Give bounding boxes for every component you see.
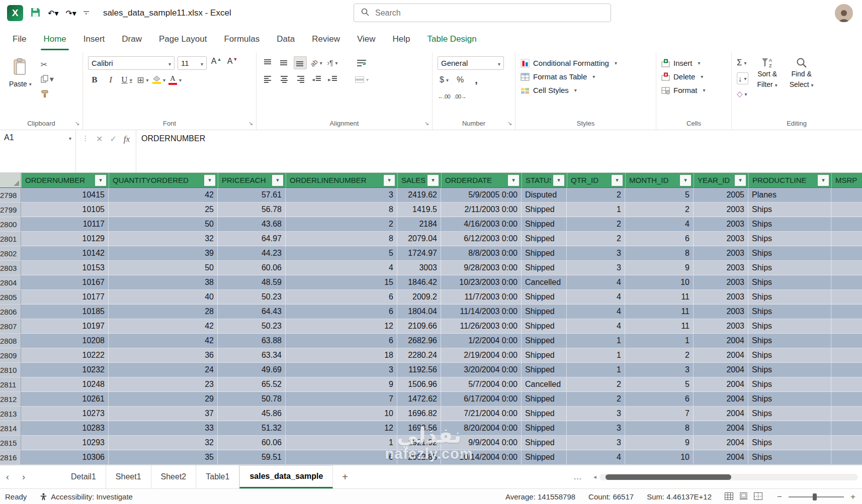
cell-ordernumber-r2814[interactable]: 10283 bbox=[21, 421, 109, 436]
status-average[interactable]: Average: 141558798 bbox=[505, 492, 575, 501]
row-header-2816[interactable]: 2816 bbox=[0, 450, 21, 465]
row-header-2798[interactable]: 2798 bbox=[0, 188, 21, 203]
cell-sales-r2807[interactable]: 2109.66 bbox=[397, 319, 441, 334]
zoom-out-button[interactable]: − bbox=[775, 492, 784, 502]
cell-productline-r2803[interactable]: Ships bbox=[748, 261, 831, 275]
cell-qtr-id-r2807[interactable]: 4 bbox=[567, 319, 625, 334]
cell-sales-r2803[interactable]: 3003 bbox=[397, 261, 441, 275]
decrease-indent-button[interactable]: ◂ bbox=[310, 73, 323, 86]
row-header-2807[interactable]: 2807 bbox=[0, 319, 21, 334]
cell-sales-r2799[interactable]: 1419.5 bbox=[397, 203, 441, 217]
cell-orderlinenumber-r2809[interactable]: 18 bbox=[286, 348, 397, 363]
search-box[interactable] bbox=[354, 4, 611, 22]
cell-year-id-r2802[interactable]: 2003 bbox=[694, 246, 748, 261]
cell-orderdate-r2801[interactable]: 6/12/2003 0:00 bbox=[441, 232, 522, 246]
horizontal-scrollbar[interactable]: ◂ bbox=[593, 465, 858, 488]
font-size-combobox[interactable]: 11 bbox=[178, 56, 207, 70]
cell-priceeach-r2805[interactable]: 50.23 bbox=[218, 290, 286, 305]
page-break-view-button[interactable] bbox=[754, 492, 762, 501]
cell-productline-r2813[interactable]: Ships bbox=[748, 407, 831, 421]
cell-ordernumber-r2807[interactable]: 10197 bbox=[21, 319, 109, 334]
cell-msrp-r2811[interactable] bbox=[831, 377, 862, 392]
cell-sales-r2804[interactable]: 1846.42 bbox=[397, 275, 441, 290]
column-header-orderdate[interactable]: ORDERDATE bbox=[441, 173, 522, 188]
cell-month-id-r2809[interactable]: 2 bbox=[625, 348, 694, 363]
cell-ordernumber-r2806[interactable]: 10185 bbox=[21, 305, 109, 319]
cell-productline-r2804[interactable]: Ships bbox=[748, 275, 831, 290]
row-header-2802[interactable]: 2802 bbox=[0, 246, 21, 261]
align-bottom-button[interactable] bbox=[294, 56, 307, 69]
row-header-2805[interactable]: 2805 bbox=[0, 290, 21, 305]
row-header-2811[interactable]: 2811 bbox=[0, 377, 21, 392]
cell-year-id-r2809[interactable]: 2004 bbox=[694, 348, 748, 363]
undo-button[interactable]: ↶▾ bbox=[48, 9, 58, 18]
cell-status-r2799[interactable]: Shipped bbox=[522, 203, 567, 217]
cell-productline-r2809[interactable]: Ships bbox=[748, 348, 831, 363]
align-left-button[interactable] bbox=[262, 73, 275, 86]
cell-msrp-r2800[interactable] bbox=[831, 217, 862, 232]
cell-month-id-r2800[interactable]: 4 bbox=[625, 217, 694, 232]
row-header-2806[interactable]: 2806 bbox=[0, 305, 21, 319]
cell-month-id-r2798[interactable]: 5 bbox=[625, 188, 694, 203]
cell-quantityordered-r2814[interactable]: 33 bbox=[109, 421, 218, 436]
italic-button[interactable]: I bbox=[104, 73, 117, 86]
cell-msrp-r2807[interactable] bbox=[831, 319, 862, 334]
cell-sales-r2810[interactable]: 1192.56 bbox=[397, 363, 441, 377]
cell-orderdate-r2816[interactable]: 10/14/2004 0:00 bbox=[441, 450, 522, 465]
insert-function-icon[interactable]: fx bbox=[124, 134, 130, 144]
cell-ordernumber-r2801[interactable]: 10129 bbox=[21, 232, 109, 246]
cell-sales-r2811[interactable]: 1506.96 bbox=[397, 377, 441, 392]
formula-bar-drag-handle[interactable]: ⋮ bbox=[82, 134, 89, 142]
underline-button[interactable]: U bbox=[120, 73, 133, 86]
cell-status-r2813[interactable]: Shipped bbox=[522, 407, 567, 421]
cell-orderlinenumber-r2816[interactable]: 6 bbox=[286, 450, 397, 465]
format-as-table-button[interactable]: Format as Table bbox=[521, 70, 652, 83]
cell-orderdate-r2809[interactable]: 2/19/2004 0:00 bbox=[441, 348, 522, 363]
cell-sales-r2815[interactable]: 1921.92 bbox=[397, 436, 441, 450]
filter-dropdown-qtr-id[interactable] bbox=[611, 174, 623, 186]
cell-ordernumber-r2816[interactable]: 10306 bbox=[21, 450, 109, 465]
cell-msrp-r2815[interactable] bbox=[831, 436, 862, 450]
increase-decimal-button[interactable]: ←.00 bbox=[438, 90, 451, 103]
cell-productline-r2807[interactable]: Ships bbox=[748, 319, 831, 334]
cell-priceeach-r2807[interactable]: 50.23 bbox=[218, 319, 286, 334]
cell-priceeach-r2799[interactable]: 56.78 bbox=[218, 203, 286, 217]
horizontal-scrollbar-thumb[interactable] bbox=[606, 474, 731, 480]
excel-logo-icon[interactable]: X bbox=[7, 5, 23, 21]
cell-productline-r2808[interactable]: Ships bbox=[748, 334, 831, 348]
undo-dropdown-icon[interactable]: ▾ bbox=[54, 9, 58, 18]
sheet-tab-sheet2[interactable]: Sheet2 bbox=[151, 465, 197, 488]
cell-orderdate-r2799[interactable]: 2/11/2003 0:00 bbox=[441, 203, 522, 217]
cell-ordernumber-r2800[interactable]: 10117 bbox=[21, 217, 109, 232]
column-header-ordernumber[interactable]: ORDERNUMBER bbox=[21, 173, 109, 188]
cell-year-id-r2815[interactable]: 2004 bbox=[694, 436, 748, 450]
cell-orderdate-r2815[interactable]: 9/9/2004 0:00 bbox=[441, 436, 522, 450]
cell-ordernumber-r2809[interactable]: 10222 bbox=[21, 348, 109, 363]
cell-priceeach-r2816[interactable]: 59.51 bbox=[218, 450, 286, 465]
cell-month-id-r2816[interactable]: 10 bbox=[625, 450, 694, 465]
cell-qtr-id-r2800[interactable]: 2 bbox=[567, 217, 625, 232]
cell-quantityordered-r2813[interactable]: 37 bbox=[109, 407, 218, 421]
cell-year-id-r2800[interactable]: 2003 bbox=[694, 217, 748, 232]
cell-status-r2816[interactable]: Shipped bbox=[522, 450, 567, 465]
cell-month-id-r2806[interactable]: 11 bbox=[625, 305, 694, 319]
cell-year-id-r2810[interactable]: 2004 bbox=[694, 363, 748, 377]
decrease-font-size-button[interactable]: A▼ bbox=[226, 57, 239, 70]
cell-orderdate-r2810[interactable]: 3/20/2004 0:00 bbox=[441, 363, 522, 377]
alignment-dialog-launcher-icon[interactable]: ↘ bbox=[424, 120, 429, 127]
find-select-button[interactable]: Find & Select bbox=[787, 56, 817, 99]
cell-orderdate-r2813[interactable]: 7/21/2004 0:00 bbox=[441, 407, 522, 421]
cell-quantityordered-r2804[interactable]: 38 bbox=[109, 275, 218, 290]
cell-msrp-r2798[interactable] bbox=[831, 188, 862, 203]
comma-style-button[interactable]: , bbox=[470, 73, 483, 86]
increase-indent-button[interactable]: ▸ bbox=[326, 73, 339, 86]
cell-month-id-r2802[interactable]: 8 bbox=[625, 246, 694, 261]
cell-productline-r2814[interactable]: Ships bbox=[748, 421, 831, 436]
cell-orderlinenumber-r2806[interactable]: 6 bbox=[286, 305, 397, 319]
cell-msrp-r2810[interactable] bbox=[831, 363, 862, 377]
cell-month-id-r2813[interactable]: 7 bbox=[625, 407, 694, 421]
cell-orderlinenumber-r2815[interactable]: 1 bbox=[286, 436, 397, 450]
ribbon-tab-table-design[interactable]: Table Design bbox=[418, 26, 485, 52]
cell-orderdate-r2802[interactable]: 8/8/2003 0:00 bbox=[441, 246, 522, 261]
cell-year-id-r2803[interactable]: 2003 bbox=[694, 261, 748, 275]
